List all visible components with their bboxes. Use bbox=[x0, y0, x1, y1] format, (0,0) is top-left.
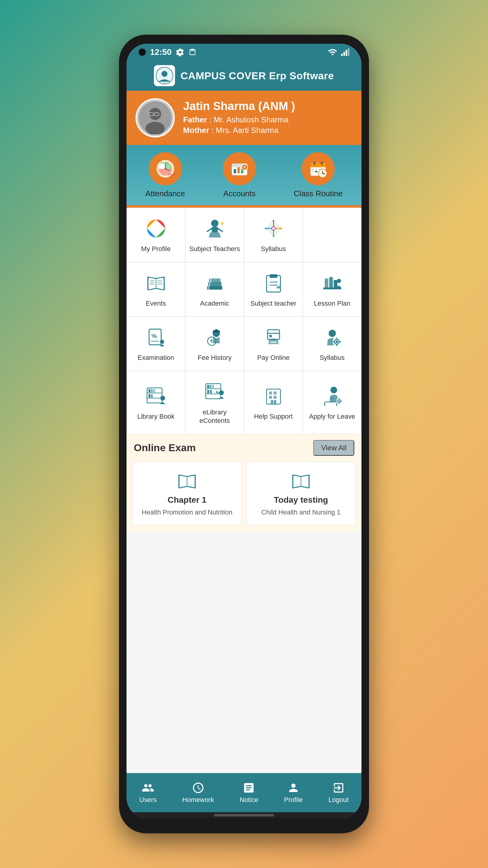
svg-rect-99 bbox=[270, 342, 276, 343]
svg-rect-0 bbox=[341, 54, 343, 56]
menu-item-pay-online[interactable]: Pay Online bbox=[244, 316, 303, 371]
svg-rect-3 bbox=[348, 48, 350, 56]
svg-line-65 bbox=[150, 280, 155, 281]
menu-item-academic[interactable]: Academic bbox=[185, 262, 244, 317]
profile-avatar bbox=[135, 98, 175, 137]
menu-item-my-profile[interactable]: My Profile bbox=[127, 208, 185, 262]
view-all-button[interactable]: View All bbox=[313, 440, 354, 456]
users-nav-icon bbox=[141, 781, 154, 794]
svg-point-100 bbox=[329, 330, 336, 337]
profile-banner: Jatin Sharma (ANM ) Father : Mr. Ashutos… bbox=[127, 91, 361, 145]
empty-icon1 bbox=[320, 221, 344, 245]
elibrary-label: eLibrary eContents bbox=[189, 408, 241, 425]
svg-line-67 bbox=[150, 284, 155, 284]
svg-rect-120 bbox=[207, 385, 209, 388]
svg-rect-33 bbox=[312, 168, 314, 170]
status-bar: 12:50 bbox=[127, 44, 361, 61]
svg-point-116 bbox=[160, 396, 165, 401]
svg-point-81 bbox=[276, 284, 281, 289]
profile-nav-icon bbox=[287, 781, 300, 794]
svg-line-50 bbox=[207, 228, 212, 231]
svg-point-59 bbox=[272, 227, 275, 230]
help-support-icon bbox=[261, 384, 286, 408]
help-support-label: Help Support bbox=[254, 412, 293, 421]
class-routine-circle bbox=[301, 152, 335, 185]
nav-item-profile[interactable]: Profile bbox=[284, 781, 303, 804]
father-colon: : bbox=[209, 115, 214, 124]
svg-rect-112 bbox=[151, 389, 153, 393]
logout-nav-icon bbox=[332, 781, 345, 794]
menu-item-elibrary[interactable]: eLibrary eContents bbox=[185, 371, 244, 434]
svg-rect-49 bbox=[212, 227, 218, 232]
accounts-circle: ₹ bbox=[223, 152, 256, 185]
gear-icon bbox=[176, 48, 184, 56]
menu-item-subject-teachers[interactable]: Subject Teachers bbox=[185, 208, 244, 262]
nav-item-homework[interactable]: Homework bbox=[182, 781, 214, 804]
phone-screen: 12:50 bbox=[127, 44, 361, 818]
exam-card-2[interactable]: Today testing Child Health and Nursing 1 bbox=[247, 462, 355, 525]
home-indicator bbox=[127, 812, 361, 818]
nav-item-notice[interactable]: Notice bbox=[239, 781, 258, 804]
avatar-svg bbox=[138, 101, 172, 134]
exam-card-2-icon bbox=[290, 470, 312, 492]
nav-item-logout[interactable]: Logout bbox=[328, 781, 349, 804]
notice-nav-label: Notice bbox=[239, 796, 258, 804]
elibrary-icon bbox=[203, 380, 227, 404]
svg-point-86 bbox=[337, 279, 341, 283]
svg-point-48 bbox=[211, 220, 218, 227]
pay-online-label: Pay Online bbox=[257, 353, 290, 362]
svg-rect-114 bbox=[149, 394, 150, 398]
time-display: 12:50 bbox=[150, 47, 172, 57]
app-header: ✦ CAMPUS COVER Erp Software bbox=[127, 61, 361, 91]
phone-outer: 12:50 bbox=[119, 35, 369, 833]
attendance-circle: Present Absent Leave bbox=[149, 152, 182, 185]
svg-rect-72 bbox=[208, 282, 221, 286]
svg-rect-124 bbox=[210, 390, 212, 393]
exam-card-1[interactable]: Chapter 1 Health Promotion and Nutrition bbox=[133, 462, 241, 525]
lesson-plan-icon bbox=[320, 271, 344, 295]
svg-rect-23 bbox=[234, 169, 236, 173]
profile-mother: Mother : Mrs. Aarti Sharma bbox=[183, 126, 295, 135]
subject-teacher-icon bbox=[261, 271, 286, 295]
svg-text:Leave: Leave bbox=[158, 170, 163, 172]
logo-svg: ✦ bbox=[156, 67, 173, 85]
svg-rect-31 bbox=[314, 161, 315, 165]
menu-item-library-book[interactable]: Library Book bbox=[127, 371, 185, 434]
svg-rect-111 bbox=[149, 389, 150, 393]
svg-point-90 bbox=[160, 340, 164, 344]
online-exam-header: Online Exam View All bbox=[127, 434, 361, 462]
menu-item-empty1 bbox=[303, 208, 361, 262]
menu-item-syllabus2[interactable]: Syllabus bbox=[303, 316, 361, 371]
app-title: CAMPUS COVER Erp Software bbox=[181, 70, 334, 82]
svg-point-47 bbox=[151, 223, 161, 234]
bottom-nav: Users Homework Notice Profile bbox=[127, 773, 361, 812]
menu-item-fee-history[interactable]: ₹ Fee History bbox=[185, 316, 244, 371]
wifi-icon bbox=[328, 47, 337, 57]
quick-action-attendance[interactable]: Present Absent Leave Attendance bbox=[145, 152, 185, 198]
quick-action-accounts[interactable]: ₹ Accounts bbox=[223, 152, 256, 198]
syllabus-icon bbox=[261, 216, 286, 241]
nav-item-users[interactable]: Users bbox=[139, 781, 157, 804]
menu-item-lesson-plan[interactable]: Lesson Plan bbox=[303, 262, 361, 317]
svg-line-66 bbox=[150, 282, 155, 283]
subject-teachers-icon bbox=[203, 216, 227, 241]
examination-label: Examination bbox=[138, 353, 174, 362]
svg-text:✦: ✦ bbox=[164, 82, 166, 84]
menu-item-subject-teacher[interactable]: Subject teacher bbox=[244, 262, 303, 317]
svg-rect-2 bbox=[346, 50, 347, 56]
quick-action-class-routine[interactable]: Class Routine bbox=[294, 152, 343, 198]
svg-marker-52 bbox=[209, 232, 221, 238]
signal-icon bbox=[340, 48, 350, 57]
svg-rect-32 bbox=[321, 161, 323, 165]
syllabus2-icon bbox=[320, 325, 344, 349]
svg-point-127 bbox=[216, 391, 218, 393]
fee-history-icon: ₹ bbox=[203, 325, 227, 349]
menu-item-syllabus[interactable]: Syllabus bbox=[244, 208, 303, 262]
exam-card-2-subject: Child Health and Nursing 1 bbox=[261, 508, 341, 516]
online-exam-title: Online Exam bbox=[134, 442, 196, 454]
menu-item-apply-leave[interactable]: Apply for Leave bbox=[303, 371, 361, 434]
menu-item-examination[interactable]: % Examination bbox=[127, 316, 185, 371]
attendance-label: Attendance bbox=[145, 189, 185, 198]
menu-item-help-support[interactable]: Help Support bbox=[244, 371, 303, 434]
menu-item-events[interactable]: Events bbox=[127, 262, 185, 317]
